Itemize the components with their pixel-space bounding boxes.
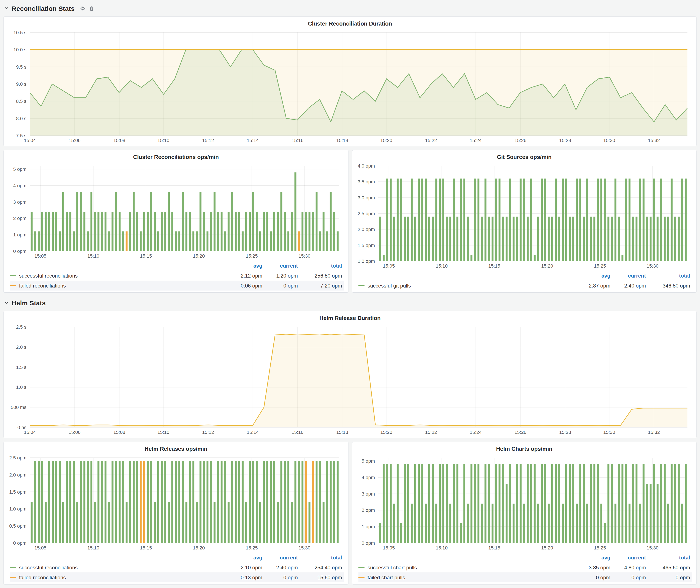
- panel-helm-charts-opm: Helm Charts ops/min 15:0515:1015:1515:20…: [352, 442, 697, 585]
- panel-title-helm-releases-opm[interactable]: Helm Releases ops/min: [7, 444, 345, 454]
- bar: [302, 461, 303, 543]
- legend-header-total[interactable]: total: [300, 263, 344, 269]
- helm-charts-opm-chart[interactable]: 15:0515:1015:1515:2015:2515:305 opm4 opm…: [356, 454, 693, 552]
- panel-row-reconciliation: Cluster Reconciliations ops/min 15:0515:…: [3, 150, 697, 293]
- x-axis-label: 15:30: [647, 545, 658, 551]
- bar: [660, 464, 662, 543]
- bar: [45, 212, 47, 251]
- helm-releases-opm-chart[interactable]: 15:0515:1015:1515:2015:2515:302.5 opm2.0…: [7, 454, 345, 552]
- y-axis-label: 500 ms: [11, 405, 26, 410]
- bar: [140, 461, 142, 543]
- legend-header-current[interactable]: current: [264, 554, 300, 561]
- legend-header-current[interactable]: current: [612, 273, 648, 279]
- helm-release-duration-chart[interactable]: 15:0415:0615:0815:1015:1215:1415:1615:18…: [7, 323, 693, 436]
- bar: [572, 464, 574, 543]
- bar: [527, 464, 529, 543]
- bar: [143, 461, 145, 543]
- bar: [397, 464, 399, 543]
- bar: [252, 461, 254, 543]
- bar: [492, 504, 494, 543]
- legend-label[interactable]: failed chart pulls: [358, 574, 577, 580]
- legend-header-avg[interactable]: avg: [577, 554, 612, 561]
- bar: [460, 179, 462, 261]
- bar: [108, 231, 110, 251]
- bar: [147, 212, 149, 251]
- section-title[interactable]: Helm Stats: [12, 299, 46, 306]
- bar: [150, 192, 152, 251]
- legend-header-current[interactable]: current: [612, 554, 648, 561]
- legend-label[interactable]: failed reconciliations: [10, 574, 229, 580]
- bar: [418, 464, 420, 543]
- bar: [337, 461, 339, 543]
- bar: [192, 231, 194, 251]
- bar: [393, 504, 395, 543]
- bar: [249, 461, 251, 543]
- section-title[interactable]: Reconciliation Stats: [12, 5, 75, 12]
- legend-header-row: avg current total: [10, 552, 344, 562]
- chevron-down-icon[interactable]: [4, 6, 9, 10]
- legend-row-failed-reconciliations: failed reconciliations 0.13 opm 0 opm 15…: [10, 572, 344, 582]
- legend-header-current[interactable]: current: [264, 263, 300, 269]
- x-axis-label: 15:05: [383, 545, 395, 551]
- panel-title-helm-charts-opm[interactable]: Helm Charts ops/min: [356, 444, 693, 454]
- panel-title-helm-release-duration[interactable]: Helm Release Duration: [7, 313, 693, 323]
- x-axis-label: 15:24: [470, 430, 482, 435]
- legend-header-avg[interactable]: avg: [229, 263, 264, 269]
- bar: [404, 217, 406, 261]
- bar: [513, 504, 515, 543]
- legend-current-value: 2.40 opm: [612, 283, 648, 289]
- bar: [555, 179, 557, 261]
- bar: [534, 464, 536, 543]
- bar: [502, 464, 504, 543]
- legend-header-total[interactable]: total: [300, 554, 344, 561]
- bar: [481, 504, 483, 543]
- x-axis-label: 15:08: [113, 430, 125, 435]
- section-header-helm-stats[interactable]: Helm Stats: [4, 298, 697, 307]
- legend-total-value: 254.40 opm: [300, 564, 344, 570]
- legend-current-value: 0 opm: [612, 574, 648, 580]
- legend-git-sources: avg current total successful git pulls 2…: [356, 270, 693, 291]
- legend-header-avg[interactable]: avg: [229, 554, 264, 561]
- bar: [217, 461, 219, 543]
- panel-title-cluster-reconciliations-opm[interactable]: Cluster Reconciliations ops/min: [7, 152, 345, 162]
- bar: [639, 179, 641, 261]
- y-axis-label: 2.5 opm: [358, 211, 375, 216]
- legend-label[interactable]: successful git pulls: [358, 283, 577, 289]
- legend-label[interactable]: successful reconciliations: [10, 273, 229, 279]
- y-axis-label: 5 opm: [13, 166, 26, 172]
- section-header-reconciliation-stats[interactable]: Reconciliation Stats: [4, 3, 697, 13]
- legend-label[interactable]: successful chart pulls: [358, 564, 577, 570]
- bar: [143, 212, 145, 251]
- y-axis-label: 2 opm: [362, 507, 375, 513]
- legend-total-value: 346.80 opm: [648, 283, 692, 289]
- bar: [390, 464, 392, 543]
- bar: [224, 461, 226, 543]
- legend-header-avg[interactable]: avg: [577, 273, 612, 279]
- trash-icon[interactable]: [89, 5, 95, 11]
- git-sources-opm-chart[interactable]: 15:0515:1015:1515:2015:2515:304.0 opm3.5…: [356, 162, 693, 270]
- legend-header-total[interactable]: total: [648, 554, 692, 561]
- bar: [185, 502, 187, 543]
- x-axis-label: 15:10: [436, 545, 448, 551]
- bar: [379, 217, 381, 261]
- bar: [59, 461, 61, 543]
- bar: [463, 464, 465, 543]
- bar: [404, 464, 406, 543]
- bar: [182, 192, 184, 251]
- cluster-reconciliation-duration-chart[interactable]: 15:0415:0615:0815:1015:1215:1415:1615:18…: [7, 29, 693, 144]
- legend-header-total[interactable]: total: [648, 273, 692, 279]
- panel-title-cluster-reconciliation-duration[interactable]: Cluster Reconciliation Duration: [7, 19, 693, 29]
- y-axis-label: 1.0 s: [16, 384, 26, 390]
- chevron-down-icon[interactable]: [4, 300, 9, 305]
- cluster-reconciliations-opm-chart[interactable]: 15:0515:1015:1515:2015:2515:305 opm4 opm…: [7, 162, 345, 260]
- bar: [270, 461, 272, 543]
- bar: [418, 179, 420, 261]
- legend-label[interactable]: failed reconciliations: [10, 283, 229, 289]
- panel-title-git-sources-opm[interactable]: Git Sources ops/min: [356, 152, 693, 162]
- gear-icon[interactable]: [80, 5, 86, 11]
- panel-git-sources-opm: Git Sources ops/min 15:0515:1015:1515:20…: [352, 150, 697, 293]
- bar: [421, 464, 423, 543]
- bar: [164, 212, 166, 251]
- bar: [73, 461, 75, 543]
- legend-label[interactable]: successful reconciliations: [10, 564, 229, 570]
